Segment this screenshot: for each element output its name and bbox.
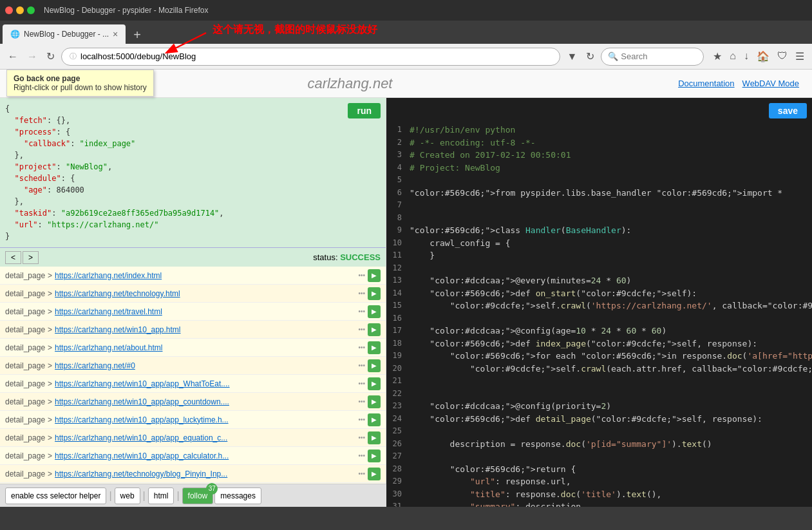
result-play-button[interactable]: ▶ bbox=[368, 450, 381, 462]
result-arrow-icon: > bbox=[48, 307, 52, 316]
result-arrow-icon: > bbox=[48, 325, 52, 334]
search-input[interactable] bbox=[621, 52, 698, 61]
result-url[interactable]: https://carlzhang.net/win10_app.html bbox=[55, 325, 353, 334]
list-item: detail_page > https://carlzhang.net/win1… bbox=[0, 447, 386, 465]
list-item: detail_page > https://carlzhang.net/win1… bbox=[0, 393, 386, 411]
follow-button[interactable]: follow 37 bbox=[182, 487, 214, 504]
refresh-button[interactable]: ↻ bbox=[583, 48, 597, 65]
next-result-button[interactable]: > bbox=[23, 251, 39, 264]
search-bar[interactable]: 🔍 bbox=[601, 48, 704, 66]
webdav-link[interactable]: WebDAV Mode bbox=[742, 79, 799, 88]
maximize-button[interactable] bbox=[27, 6, 35, 14]
shield-icon[interactable]: 🛡 bbox=[775, 49, 790, 64]
result-url[interactable]: https://carlzhang.net/travel.html bbox=[55, 307, 353, 316]
result-url[interactable]: https://carlzhang.net/win10_app/app_calc… bbox=[55, 451, 353, 460]
css-helper-button[interactable]: enable css selector helper bbox=[5, 487, 106, 504]
result-play-button[interactable]: ▶ bbox=[368, 323, 381, 336]
play-icon: ▶ bbox=[372, 380, 377, 387]
home-icon[interactable]: ⌂ bbox=[727, 49, 739, 64]
line-code: # -*- encoding: utf-8 -*- bbox=[410, 137, 812, 149]
result-options[interactable]: ••• bbox=[358, 380, 365, 387]
result-options[interactable]: ••• bbox=[358, 344, 365, 351]
result-arrow-icon: > bbox=[48, 451, 52, 460]
result-play-button[interactable]: ▶ bbox=[368, 468, 381, 480]
back-button[interactable]: ← bbox=[5, 48, 21, 65]
tab-close-button[interactable]: × bbox=[113, 29, 118, 39]
code-content: 1#!/usr/bin/env python2# -*- encoding: u… bbox=[386, 98, 812, 507]
window-controls bbox=[5, 6, 35, 14]
line-number: 30 bbox=[386, 488, 410, 501]
code-line: 25 bbox=[386, 425, 812, 438]
result-options[interactable]: ••• bbox=[358, 434, 365, 441]
code-line: 6"color:#569cd6;">from pyspider.libs.bas… bbox=[386, 187, 812, 200]
prev-result-button[interactable]: < bbox=[5, 251, 21, 264]
result-url[interactable]: https://carlzhang.net/technology/blog_Pi… bbox=[55, 469, 353, 478]
status-value: SUCCESS bbox=[340, 252, 381, 262]
tab-bar: 🌐 NewBlog - Debugger - ... × + bbox=[0, 21, 812, 44]
dropdown-button[interactable]: ▼ bbox=[564, 48, 580, 65]
new-tab-button[interactable]: + bbox=[128, 28, 146, 41]
result-arrow-icon: > bbox=[48, 433, 52, 442]
line-number: 26 bbox=[386, 438, 410, 451]
result-play-button[interactable]: ▶ bbox=[368, 413, 381, 426]
download-icon[interactable]: ↓ bbox=[741, 49, 751, 64]
result-url[interactable]: https://carlzhang.net/win10_app/app_equa… bbox=[55, 433, 353, 442]
reload-button[interactable]: ↻ bbox=[44, 48, 57, 65]
result-options[interactable]: ••• bbox=[358, 362, 365, 369]
json-editor[interactable]: { "fetch": {}, "process": { "callback": … bbox=[0, 98, 386, 247]
messages-button[interactable]: messages bbox=[214, 487, 261, 504]
close-button[interactable] bbox=[5, 6, 13, 14]
code-line: 11 } bbox=[386, 249, 812, 262]
run-button[interactable]: run bbox=[348, 103, 381, 118]
documentation-link[interactable]: Documentation bbox=[678, 79, 734, 88]
code-line: 17 "color:#dcdcaa;">@config(age=10 * 24 … bbox=[386, 325, 812, 337]
result-url[interactable]: https://carlzhang.net/win10_app/app_What… bbox=[55, 379, 353, 388]
result-url[interactable]: https://carlzhang.net/technology.html bbox=[55, 289, 353, 298]
result-play-button[interactable]: ▶ bbox=[368, 341, 381, 354]
result-options[interactable]: ••• bbox=[358, 398, 365, 405]
play-icon: ▶ bbox=[372, 326, 377, 333]
result-play-button[interactable]: ▶ bbox=[368, 269, 381, 282]
result-options[interactable]: ••• bbox=[358, 308, 365, 315]
code-line: 21 bbox=[386, 375, 812, 388]
line-code: "color:#569cd6;">return { bbox=[410, 463, 812, 476]
code-line: 27 bbox=[386, 450, 812, 463]
line-number: 14 bbox=[386, 287, 410, 300]
result-options[interactable]: ••• bbox=[358, 272, 365, 279]
web-button[interactable]: web bbox=[115, 487, 140, 504]
menu-icon[interactable]: ☰ bbox=[793, 49, 807, 64]
code-line: 18 "color:#569cd6;">def index_page("colo… bbox=[386, 337, 812, 350]
result-play-button[interactable]: ▶ bbox=[368, 305, 381, 318]
result-play-button[interactable]: ▶ bbox=[368, 287, 381, 300]
result-play-button[interactable]: ▶ bbox=[368, 395, 381, 408]
result-play-button[interactable]: ▶ bbox=[368, 377, 381, 390]
result-options[interactable]: ••• bbox=[358, 452, 365, 459]
line-number: 24 bbox=[386, 413, 410, 426]
save-button[interactable]: save bbox=[769, 103, 807, 118]
result-play-button[interactable]: ▶ bbox=[368, 359, 381, 372]
home2-icon[interactable]: 🏠 bbox=[754, 49, 772, 64]
result-options[interactable]: ••• bbox=[358, 470, 365, 477]
code-editor[interactable]: save 1#!/usr/bin/env python2# -*- encodi… bbox=[386, 98, 812, 507]
result-url[interactable]: https://carlzhang.net/#0 bbox=[55, 361, 353, 370]
html-button[interactable]: html bbox=[148, 487, 175, 504]
result-options[interactable]: ••• bbox=[358, 416, 365, 423]
code-line: 12 bbox=[386, 262, 812, 275]
minimize-button[interactable] bbox=[16, 6, 24, 14]
result-url[interactable]: https://carlzhang.net/win10_app/app_luck… bbox=[55, 415, 353, 424]
code-line: 9"color:#569cd6;">class Handler(BaseHand… bbox=[386, 224, 812, 237]
line-number: 22 bbox=[386, 388, 410, 401]
result-url[interactable]: https://carlzhang.net/index.html bbox=[55, 271, 353, 280]
active-tab[interactable]: 🌐 NewBlog - Debugger - ... × bbox=[3, 24, 126, 44]
result-label: detail_page bbox=[5, 361, 45, 370]
url-bar[interactable]: ⓘ bbox=[61, 48, 560, 66]
result-url[interactable]: https://carlzhang.net/about.html bbox=[55, 343, 353, 352]
result-options[interactable]: ••• bbox=[358, 326, 365, 333]
forward-button[interactable]: → bbox=[24, 48, 40, 65]
bookmark-icon[interactable]: ★ bbox=[710, 49, 724, 64]
result-url[interactable]: https://carlzhang.net/win10_app/app_coun… bbox=[55, 397, 353, 406]
play-icon: ▶ bbox=[372, 416, 377, 423]
result-play-button[interactable]: ▶ bbox=[368, 431, 381, 444]
url-input[interactable] bbox=[80, 52, 552, 61]
result-options[interactable]: ••• bbox=[358, 290, 365, 297]
